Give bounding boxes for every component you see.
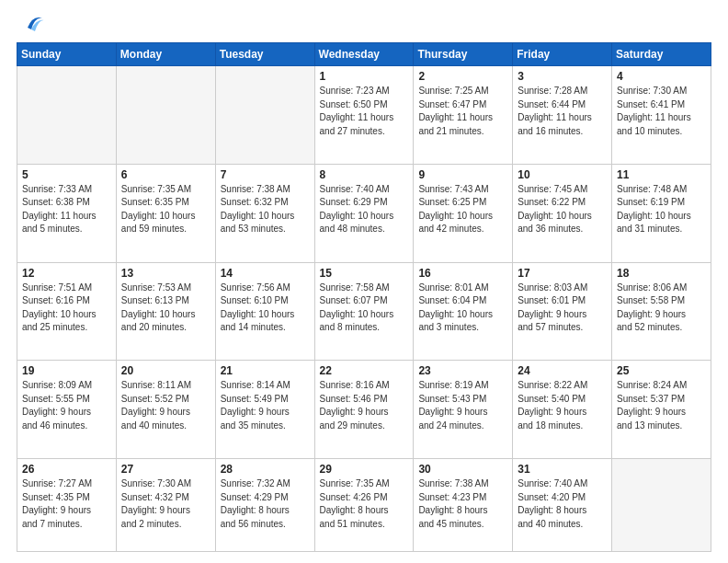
day-info: Sunrise: 7:43 AMSunset: 6:25 PMDaylight:… bbox=[418, 183, 507, 236]
day-number: 17 bbox=[518, 267, 607, 280]
day-number: 30 bbox=[418, 463, 507, 476]
calendar-cell: 18Sunrise: 8:06 AMSunset: 5:58 PMDayligh… bbox=[612, 262, 711, 361]
week-row-5: 26Sunrise: 7:27 AMSunset: 4:35 PMDayligh… bbox=[17, 459, 711, 552]
day-number: 1 bbox=[320, 70, 409, 83]
day-info: Sunrise: 7:40 AMSunset: 4:20 PMDaylight:… bbox=[518, 477, 607, 531]
day-info: Sunrise: 8:11 AMSunset: 5:52 PMDaylight:… bbox=[121, 379, 210, 432]
day-number: 14 bbox=[221, 267, 310, 280]
weekday-header-friday: Friday bbox=[513, 43, 612, 66]
day-number: 28 bbox=[221, 463, 310, 476]
calendar-cell: 10Sunrise: 7:45 AMSunset: 6:22 PMDayligh… bbox=[513, 164, 612, 262]
calendar-cell: 17Sunrise: 8:03 AMSunset: 6:01 PMDayligh… bbox=[513, 262, 612, 361]
day-info: Sunrise: 8:01 AMSunset: 6:04 PMDaylight:… bbox=[418, 282, 507, 335]
day-info: Sunrise: 7:40 AMSunset: 6:29 PMDaylight:… bbox=[320, 183, 409, 236]
day-info: Sunrise: 7:27 AMSunset: 4:35 PMDaylight:… bbox=[22, 477, 111, 531]
calendar-cell: 21Sunrise: 8:14 AMSunset: 5:49 PMDayligh… bbox=[215, 361, 314, 459]
day-info: Sunrise: 8:06 AMSunset: 5:58 PMDaylight:… bbox=[617, 282, 706, 335]
week-row-3: 12Sunrise: 7:51 AMSunset: 6:16 PMDayligh… bbox=[17, 262, 711, 361]
calendar-cell: 30Sunrise: 7:38 AMSunset: 4:23 PMDayligh… bbox=[414, 459, 513, 552]
logo-icon bbox=[20, 11, 44, 35]
calendar-cell: 27Sunrise: 7:30 AMSunset: 4:32 PMDayligh… bbox=[116, 459, 215, 552]
calendar-cell: 11Sunrise: 7:48 AMSunset: 6:19 PMDayligh… bbox=[612, 164, 711, 262]
day-number: 25 bbox=[617, 364, 706, 377]
calendar-cell: 15Sunrise: 7:58 AMSunset: 6:07 PMDayligh… bbox=[314, 262, 414, 361]
calendar-cell: 19Sunrise: 8:09 AMSunset: 5:55 PMDayligh… bbox=[17, 361, 117, 459]
week-row-4: 19Sunrise: 8:09 AMSunset: 5:55 PMDayligh… bbox=[17, 361, 711, 459]
day-number: 2 bbox=[418, 70, 507, 83]
calendar-cell: 22Sunrise: 8:16 AMSunset: 5:46 PMDayligh… bbox=[314, 361, 414, 459]
weekday-header-tuesday: Tuesday bbox=[215, 43, 314, 66]
day-number: 13 bbox=[121, 267, 210, 280]
day-info: Sunrise: 7:48 AMSunset: 6:19 PMDaylight:… bbox=[617, 183, 706, 236]
day-number: 20 bbox=[121, 364, 210, 377]
day-number: 15 bbox=[320, 267, 409, 280]
day-info: Sunrise: 7:25 AMSunset: 6:47 PMDaylight:… bbox=[418, 85, 507, 138]
day-info: Sunrise: 7:35 AMSunset: 6:35 PMDaylight:… bbox=[121, 183, 210, 236]
calendar-cell: 14Sunrise: 7:56 AMSunset: 6:10 PMDayligh… bbox=[215, 262, 314, 361]
day-number: 5 bbox=[22, 168, 111, 181]
logo bbox=[17, 20, 44, 35]
calendar-cell: 26Sunrise: 7:27 AMSunset: 4:35 PMDayligh… bbox=[17, 459, 117, 552]
day-info: Sunrise: 7:56 AMSunset: 6:10 PMDaylight:… bbox=[221, 282, 310, 335]
weekday-header-wednesday: Wednesday bbox=[314, 43, 414, 66]
calendar-cell: 12Sunrise: 7:51 AMSunset: 6:16 PMDayligh… bbox=[17, 262, 117, 361]
calendar-cell: 20Sunrise: 8:11 AMSunset: 5:52 PMDayligh… bbox=[116, 361, 215, 459]
day-number: 7 bbox=[221, 168, 310, 181]
calendar-cell: 23Sunrise: 8:19 AMSunset: 5:43 PMDayligh… bbox=[414, 361, 513, 459]
weekday-header-row: SundayMondayTuesdayWednesdayThursdayFrid… bbox=[17, 43, 711, 66]
day-number: 8 bbox=[320, 168, 409, 181]
calendar-cell: 6Sunrise: 7:35 AMSunset: 6:35 PMDaylight… bbox=[116, 164, 215, 262]
day-info: Sunrise: 7:51 AMSunset: 6:16 PMDaylight:… bbox=[22, 282, 111, 335]
day-info: Sunrise: 8:14 AMSunset: 5:49 PMDaylight:… bbox=[221, 379, 310, 432]
calendar-cell: 1Sunrise: 7:23 AMSunset: 6:50 PMDaylight… bbox=[314, 66, 414, 165]
day-number: 31 bbox=[518, 463, 607, 476]
day-info: Sunrise: 7:33 AMSunset: 6:38 PMDaylight:… bbox=[22, 183, 111, 236]
calendar-cell: 5Sunrise: 7:33 AMSunset: 6:38 PMDaylight… bbox=[17, 164, 117, 262]
calendar-cell: 9Sunrise: 7:43 AMSunset: 6:25 PMDaylight… bbox=[414, 164, 513, 262]
day-number: 4 bbox=[617, 70, 706, 83]
day-number: 9 bbox=[418, 168, 507, 181]
calendar-cell: 28Sunrise: 7:32 AMSunset: 4:29 PMDayligh… bbox=[215, 459, 314, 552]
calendar-cell: 7Sunrise: 7:38 AMSunset: 6:32 PMDaylight… bbox=[215, 164, 314, 262]
day-number: 10 bbox=[518, 168, 607, 181]
day-number: 27 bbox=[121, 463, 210, 476]
day-number: 26 bbox=[22, 463, 111, 476]
day-number: 29 bbox=[320, 463, 409, 476]
day-number: 3 bbox=[518, 70, 607, 83]
calendar-cell: 13Sunrise: 7:53 AMSunset: 6:13 PMDayligh… bbox=[116, 262, 215, 361]
calendar-cell: 4Sunrise: 7:30 AMSunset: 6:41 PMDaylight… bbox=[612, 66, 711, 165]
day-number: 24 bbox=[518, 364, 607, 377]
calendar-cell: 25Sunrise: 8:24 AMSunset: 5:37 PMDayligh… bbox=[612, 361, 711, 459]
day-number: 6 bbox=[121, 168, 210, 181]
day-info: Sunrise: 8:03 AMSunset: 6:01 PMDaylight:… bbox=[518, 282, 607, 335]
calendar-cell bbox=[17, 66, 117, 165]
weekday-header-sunday: Sunday bbox=[17, 43, 117, 66]
weekday-header-saturday: Saturday bbox=[612, 43, 711, 66]
week-row-2: 5Sunrise: 7:33 AMSunset: 6:38 PMDaylight… bbox=[17, 164, 711, 262]
calendar-cell: 24Sunrise: 8:22 AMSunset: 5:40 PMDayligh… bbox=[513, 361, 612, 459]
calendar-cell: 8Sunrise: 7:40 AMSunset: 6:29 PMDaylight… bbox=[314, 164, 414, 262]
day-number: 23 bbox=[418, 364, 507, 377]
day-info: Sunrise: 7:45 AMSunset: 6:22 PMDaylight:… bbox=[518, 183, 607, 236]
day-info: Sunrise: 7:38 AMSunset: 4:23 PMDaylight:… bbox=[418, 477, 507, 531]
day-number: 12 bbox=[22, 267, 111, 280]
day-info: Sunrise: 8:19 AMSunset: 5:43 PMDaylight:… bbox=[418, 379, 507, 432]
day-info: Sunrise: 7:30 AMSunset: 6:41 PMDaylight:… bbox=[617, 85, 706, 138]
week-row-1: 1Sunrise: 7:23 AMSunset: 6:50 PMDaylight… bbox=[17, 66, 711, 165]
logo-text bbox=[17, 20, 44, 35]
day-info: Sunrise: 7:30 AMSunset: 4:32 PMDaylight:… bbox=[121, 477, 210, 531]
day-info: Sunrise: 7:35 AMSunset: 4:26 PMDaylight:… bbox=[320, 477, 409, 531]
day-info: Sunrise: 7:32 AMSunset: 4:29 PMDaylight:… bbox=[221, 477, 310, 531]
day-info: Sunrise: 8:09 AMSunset: 5:55 PMDaylight:… bbox=[22, 379, 111, 432]
calendar-table: SundayMondayTuesdayWednesdayThursdayFrid… bbox=[17, 42, 711, 552]
day-number: 21 bbox=[221, 364, 310, 377]
day-info: Sunrise: 8:24 AMSunset: 5:37 PMDaylight:… bbox=[617, 379, 706, 432]
day-number: 19 bbox=[22, 364, 111, 377]
day-number: 11 bbox=[617, 168, 706, 181]
calendar-cell: 16Sunrise: 8:01 AMSunset: 6:04 PMDayligh… bbox=[414, 262, 513, 361]
day-number: 16 bbox=[418, 267, 507, 280]
day-info: Sunrise: 7:28 AMSunset: 6:44 PMDaylight:… bbox=[518, 85, 607, 138]
day-number: 22 bbox=[320, 364, 409, 377]
calendar-cell: 29Sunrise: 7:35 AMSunset: 4:26 PMDayligh… bbox=[314, 459, 414, 552]
calendar-cell: 2Sunrise: 7:25 AMSunset: 6:47 PMDaylight… bbox=[414, 66, 513, 165]
